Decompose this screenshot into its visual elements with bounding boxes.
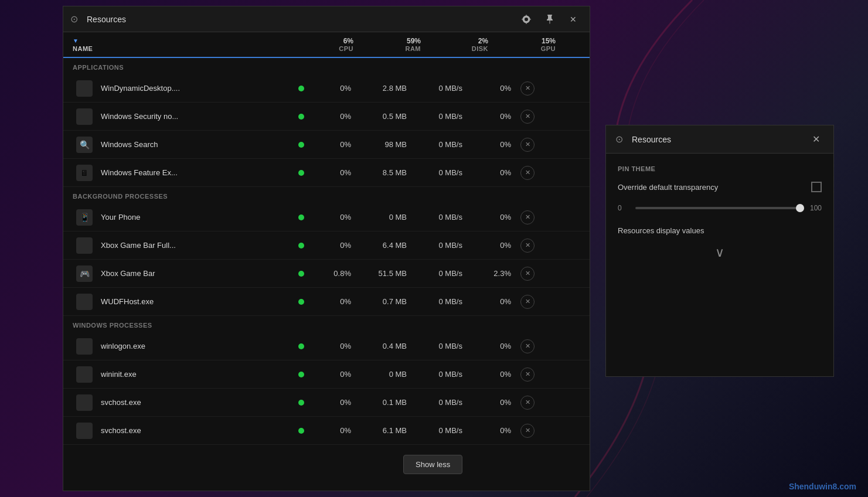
process-cpu: 0% [307, 342, 363, 350]
process-row[interactable]: WinDynamicDesktop....0%2.8 MB0 MB/s0%✕ [63, 74, 590, 103]
section-header-windows: WINDOWS PROCESSES [63, 316, 590, 332]
process-icon: 📱 [76, 209, 93, 226]
process-gpu: 0% [474, 398, 518, 407]
status-dot-cell [295, 400, 307, 406]
transparency-slider-container: 0 100 [618, 204, 822, 212]
process-row[interactable]: svchost.exe0%6.1 MB0 MB/s0%✕ [63, 417, 590, 445]
process-close-button[interactable]: ✕ [520, 424, 535, 438]
status-dot-cell [295, 428, 307, 434]
settings-titlebar: ⊙ Resources ✕ [606, 125, 833, 154]
process-close-button[interactable]: ✕ [520, 339, 535, 353]
process-close-cell: ✕ [518, 81, 537, 96]
process-gpu: 0% [474, 84, 518, 93]
settings-button[interactable] [517, 10, 536, 29]
process-icon [76, 80, 93, 97]
settings-content: PIN THEME Override default transparency … [606, 154, 833, 376]
process-name: Xbox Game Bar [101, 269, 295, 278]
process-row[interactable]: Windows Security no...0%0.5 MB0 MB/s0%✕ [63, 103, 590, 131]
process-icon: 🖥 [76, 165, 93, 181]
cpu-column-header[interactable]: 6% CPU [295, 37, 363, 52]
slider-thumb[interactable] [796, 204, 804, 212]
disk-column-header[interactable]: 2% DISK [430, 37, 498, 52]
expand-button[interactable]: ∨ [709, 242, 730, 263]
status-dot-cell [295, 114, 307, 120]
process-disk: 0 MB/s [418, 370, 474, 379]
override-label: Override default transparency [618, 183, 718, 192]
process-icon [76, 394, 93, 411]
process-close-button[interactable]: ✕ [520, 110, 535, 124]
running-indicator [298, 400, 304, 406]
process-close-button[interactable]: ✕ [520, 367, 535, 382]
main-close-button[interactable]: ✕ [564, 10, 583, 29]
settings-close-button[interactable]: ✕ [808, 131, 824, 148]
process-icon-cell [73, 394, 96, 411]
running-indicator [298, 86, 304, 91]
process-close-cell: ✕ [518, 339, 537, 353]
process-icon: 🔍 [76, 137, 93, 153]
process-icon: 🎮 [76, 265, 93, 282]
process-close-button[interactable]: ✕ [520, 210, 535, 224]
section-header-applications: APPLICATIONS [63, 58, 590, 74]
process-row[interactable]: 📱Your Phone0%0 MB0 MB/s0%✕ [63, 203, 590, 232]
process-disk: 0 MB/s [418, 241, 474, 250]
running-indicator [298, 170, 304, 176]
process-row[interactable]: 🖥Windows Feature Ex...0%8.5 MB0 MB/s0%✕ [63, 159, 590, 187]
slider-min-label: 0 [618, 204, 629, 212]
transparency-slider[interactable] [635, 207, 804, 209]
process-ram: 6.1 MB [363, 426, 418, 435]
process-name: Your Phone [101, 213, 295, 222]
process-disk: 0 MB/s [418, 112, 474, 121]
override-checkbox[interactable] [811, 182, 822, 192]
process-name: winlogon.exe [101, 342, 295, 350]
running-indicator [298, 243, 304, 249]
name-column-header[interactable]: ▼ NAME [73, 38, 295, 52]
show-less-tooltip[interactable]: Show less [403, 455, 462, 474]
process-close-button[interactable]: ✕ [520, 166, 535, 180]
gpu-column-header[interactable]: 15% GPU [498, 37, 565, 52]
process-close-button[interactable]: ✕ [520, 138, 535, 152]
process-ram: 0.1 MB [363, 398, 418, 407]
process-row[interactable]: 🔍Windows Search0%98 MB0 MB/s0%✕ [63, 131, 590, 159]
process-row[interactable]: WUDFHost.exe0%0.7 MB0 MB/s0%✕ [63, 288, 590, 316]
process-list[interactable]: APPLICATIONSWinDynamicDesktop....0%2.8 M… [63, 58, 590, 491]
process-close-button[interactable]: ✕ [520, 81, 535, 96]
process-cpu: 0% [307, 168, 363, 177]
process-name-cell: Windows Security no... [96, 112, 295, 121]
process-disk: 0 MB/s [418, 342, 474, 350]
process-ram: 0 MB [363, 213, 418, 222]
pin-button[interactable] [540, 10, 559, 29]
process-close-button[interactable]: ✕ [520, 295, 535, 309]
running-indicator [298, 114, 304, 120]
process-close-button[interactable]: ✕ [520, 239, 535, 253]
process-gpu: 0% [474, 168, 518, 177]
process-icon [76, 294, 93, 310]
process-name-cell: WinDynamicDesktop.... [96, 84, 295, 93]
process-icon [76, 237, 93, 254]
process-row[interactable]: Xbox Game Bar Full...0%6.4 MB0 MB/s0%✕ [63, 232, 590, 260]
process-name-cell: winlogon.exe [96, 342, 295, 350]
process-name: wininit.exe [101, 370, 295, 379]
process-name: Xbox Game Bar Full... [101, 241, 295, 250]
running-indicator [298, 271, 304, 277]
process-icon [76, 366, 93, 383]
status-dot-cell [295, 215, 307, 220]
titlebar-button-group: ✕ [517, 10, 583, 29]
process-row[interactable]: 🎮Xbox Game Bar0.8%51.5 MB0 MB/s2.3%✕ [63, 260, 590, 288]
process-disk: 0 MB/s [418, 213, 474, 222]
process-close-button[interactable]: ✕ [520, 267, 535, 281]
process-close-button[interactable]: ✕ [520, 396, 535, 410]
process-disk: 0 MB/s [418, 84, 474, 93]
process-row[interactable]: wininit.exe0%0 MB0 MB/s0%✕ [63, 360, 590, 389]
process-close-cell: ✕ [518, 396, 537, 410]
process-name: Windows Feature Ex... [101, 168, 295, 177]
ram-column-header[interactable]: 59% RAM [363, 37, 430, 52]
process-gpu: 0% [474, 140, 518, 149]
process-ram: 0 MB [363, 370, 418, 379]
process-icon-cell [73, 423, 96, 439]
settings-panel-title: Resources [632, 135, 808, 144]
process-row[interactable]: winlogon.exe0%0.4 MB0 MB/s0%✕ [63, 332, 590, 360]
process-close-cell: ✕ [518, 239, 537, 253]
process-icon [76, 108, 93, 125]
cpu-label: CPU [295, 45, 353, 52]
process-row[interactable]: svchost.exe0%0.1 MB0 MB/s0%✕ [63, 389, 590, 417]
